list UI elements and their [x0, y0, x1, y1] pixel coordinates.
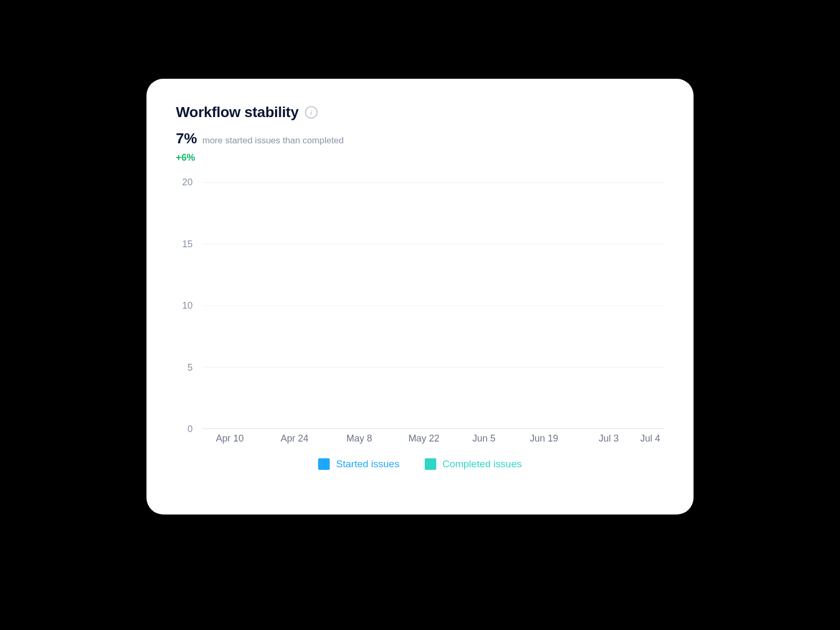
legend-swatch-completed [425, 458, 436, 470]
y-tick: 5 [187, 362, 193, 373]
legend-item-completed[interactable]: Completed issues [425, 458, 522, 470]
x-axis: Apr 10Apr 24May 8May 22Jun 5Jun 19Jul 3J… [202, 429, 664, 450]
x-tick: Jul 3 [598, 433, 618, 444]
legend-label-started: Started issues [336, 458, 399, 470]
grid-line [202, 244, 664, 244]
chart-area: 05101520 Apr 10Apr 24May 8May 22Jun 5Jun… [176, 182, 664, 450]
chart-card: Workflow stability i 7% more started iss… [146, 79, 694, 514]
chart-plot [202, 182, 664, 429]
summary-line: 7% more started issues than completed [176, 130, 664, 147]
x-tick: Apr 10 [216, 433, 244, 444]
y-axis: 05101520 [176, 182, 197, 429]
grid-line [202, 306, 664, 306]
x-tick: May 8 [346, 433, 372, 444]
x-tick: Jun 19 [530, 433, 558, 444]
card-header: Workflow stability i [176, 104, 664, 121]
summary-percent: 7% [176, 130, 197, 147]
y-tick: 20 [182, 177, 193, 188]
x-tick: Jul 4 [640, 433, 660, 444]
card-title: Workflow stability [176, 104, 299, 121]
y-tick: 0 [187, 424, 193, 435]
x-tick: May 22 [408, 433, 439, 444]
summary-text: more started issues than completed [202, 135, 343, 146]
x-tick: Jun 5 [472, 433, 496, 444]
legend-item-started[interactable]: Started issues [318, 458, 399, 470]
grid-line [202, 367, 664, 368]
grid-line [202, 182, 664, 183]
legend-label-completed: Completed issues [443, 458, 522, 470]
legend: Started issues Completed issues [176, 458, 664, 470]
x-tick: Apr 24 [280, 433, 308, 444]
y-tick: 15 [182, 238, 193, 249]
y-tick: 10 [182, 300, 193, 311]
legend-swatch-started [318, 458, 330, 470]
info-icon[interactable]: i [305, 106, 318, 119]
delta-badge: +6% [176, 152, 664, 163]
